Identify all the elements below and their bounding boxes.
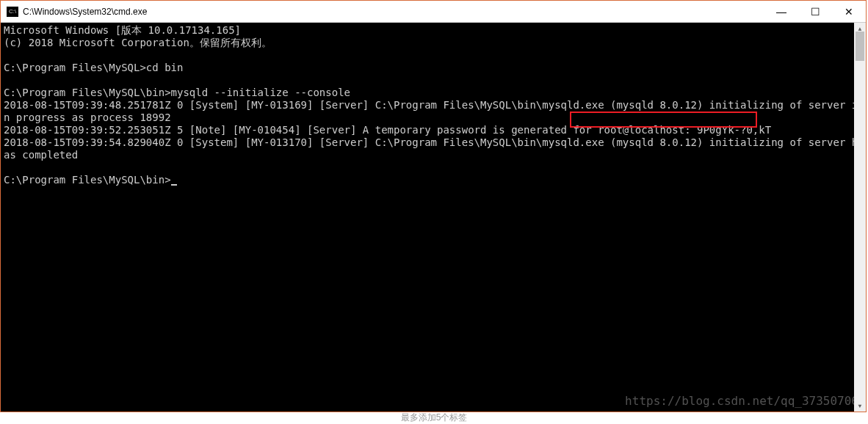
close-button[interactable]: ✕: [832, 1, 866, 23]
terminal-prompt: C:\Program Files\MySQL\bin>: [4, 174, 171, 186]
scrollbar-down-arrow[interactable]: ▼: [854, 400, 866, 412]
cursor: [171, 184, 177, 186]
cmd-window: C:\ C:\Windows\System32\cmd.exe — ☐ ✕ Mi…: [0, 0, 867, 412]
terminal-line: Microsoft Windows [版本 10.0.17134.165]: [4, 24, 241, 36]
watermark-text: https://blog.csdn.net/qq_37350706: [625, 395, 858, 407]
scrollbar[interactable]: ▲ ▼: [854, 23, 866, 412]
terminal-line: C:\Program Files\MySQL>cd bin: [4, 62, 183, 73]
maximize-button[interactable]: ☐: [798, 1, 832, 23]
minimize-button[interactable]: —: [764, 1, 798, 23]
terminal-line: C:\Program Files\MySQL\bin>mysqld --init…: [4, 87, 350, 98]
cmd-icon: C:\: [7, 7, 18, 17]
terminal-line: 2018-08-15T09:39:52.253051Z 5 [Note] [MY…: [4, 124, 771, 136]
titlebar-text: C:\Windows\System32\cmd.exe: [23, 7, 764, 17]
terminal-output[interactable]: Microsoft Windows [版本 10.0.17134.165] (c…: [1, 23, 866, 412]
terminal-line: (c) 2018 Microsoft Corporation。保留所有权利。: [4, 37, 272, 48]
footer-hint: 最多添加5个标签: [401, 412, 468, 424]
window-controls: — ☐ ✕: [764, 1, 866, 22]
terminal-line: 2018-08-15T09:39:48.251781Z 0 [System] […: [4, 99, 858, 123]
terminal-line: 2018-08-15T09:39:54.829040Z 0 [System] […: [4, 136, 858, 161]
scrollbar-thumb[interactable]: [856, 32, 864, 61]
titlebar[interactable]: C:\ C:\Windows\System32\cmd.exe — ☐ ✕: [1, 1, 866, 23]
